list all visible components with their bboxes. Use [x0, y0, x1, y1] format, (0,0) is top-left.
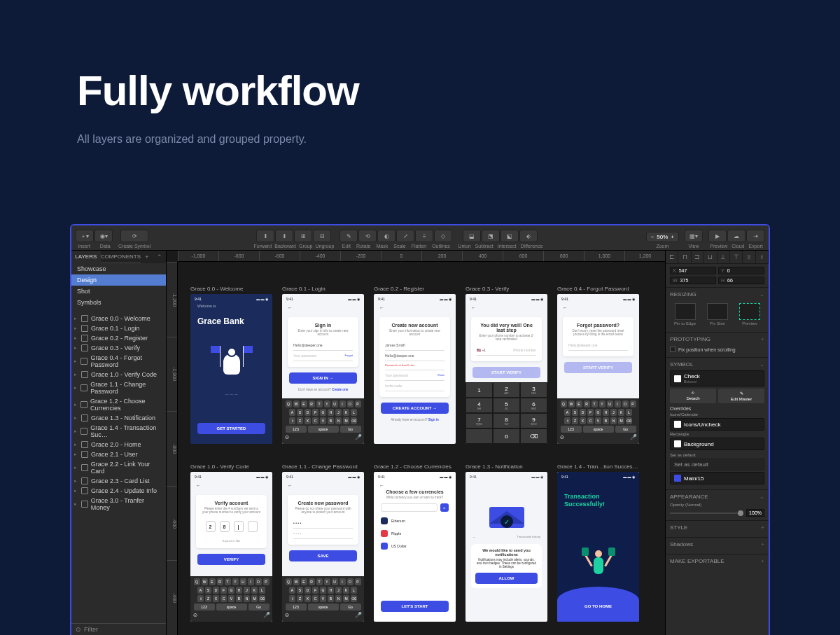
ruler-horizontal: -1,000-800-600-400-20002004006008001,000…	[178, 251, 665, 262]
artboard-forgot[interactable]: Grace 0.4 - Forgot Password 9:41▬ ▬ ◉ ← …	[557, 286, 639, 444]
chevron-down-icon[interactable]: ⌄	[760, 494, 764, 500]
difference-button[interactable]: ⬖	[519, 230, 538, 242]
layer-row[interactable]: ▸Grace 0.4 - Forgot Password	[71, 353, 166, 370]
layer-row[interactable]: ▸Grace 1.3 - Notification	[71, 413, 166, 423]
layers-list: ▸Grace 0.0 - Welcome▸Grace 0.1 - Login▸G…	[71, 314, 166, 623]
intersect-button[interactable]: ⬕	[500, 230, 519, 242]
scale-button[interactable]: ⤢	[396, 230, 414, 242]
distribute-h-icon[interactable]: ⫴	[743, 251, 755, 263]
backward-button[interactable]: ⬇	[275, 230, 293, 242]
layer-row[interactable]: ▸Grace 1.4 - Transaction Suc…	[71, 423, 166, 440]
layer-row[interactable]: ▸Grace 2.1 - User	[71, 449, 166, 459]
pin-to-edge-button[interactable]: Pin to Edge	[674, 303, 696, 326]
cloud-button[interactable]: ☁	[727, 230, 746, 242]
pages-list: ShowcaseDesignShotSymbols	[71, 263, 166, 308]
ruler-vertical: -1,200-1,000-800-600-400	[167, 262, 178, 635]
override-icons-field[interactable]: Icons/Uncheck	[670, 418, 764, 431]
chevron-down-icon[interactable]: ⌄	[760, 361, 764, 368]
artboard-currencies[interactable]: Grace 1.2 - Choose Currencies 9:41▬ ▬ ◉ …	[374, 463, 456, 622]
edit-master-button[interactable]: ✎Edit Master	[718, 389, 764, 403]
add-icon[interactable]: +	[761, 336, 764, 342]
symbol-selector[interactable]: CheckButtons/	[670, 370, 764, 386]
chevron-down-icon[interactable]: ⌄	[760, 291, 764, 298]
align-left-icon[interactable]: ⊏	[666, 251, 678, 263]
layer-row[interactable]: ▸Grace 2.3 - Card List	[71, 476, 166, 486]
layer-row[interactable]: ▸Grace 2.4 - Update Info	[71, 486, 166, 496]
canvas[interactable]: -1,000-800-600-400-20002004006008001,000…	[167, 251, 665, 635]
filter-input[interactable]: ⊙ Filter	[71, 623, 166, 635]
page-item[interactable]: Shot	[71, 286, 166, 297]
keyboard: QWERTYUIOPASDFGHJKL⇧ZXCVBNM⌫123spaceGo☺🎤	[282, 398, 364, 444]
insert-button[interactable]: ＋▾	[76, 230, 94, 242]
hero-subtitle: All layers are organized and grouped pro…	[77, 133, 840, 146]
create-symbol-button[interactable]: ⟳	[120, 230, 148, 242]
success-illustration	[584, 550, 612, 592]
layers-panel: LAYERS COMPONENTS + ⌃ ShowcaseDesignShot…	[71, 251, 167, 635]
data-button[interactable]: ◉▾	[94, 230, 113, 242]
align-right-icon[interactable]: ⊐	[692, 251, 704, 263]
page-item[interactable]: Showcase	[71, 263, 166, 274]
outlines-button[interactable]: ◇	[434, 230, 452, 242]
align-middle-icon[interactable]: ⊥	[718, 251, 730, 263]
add-icon[interactable]: +	[761, 541, 764, 547]
rotate-button[interactable]: ⟲	[358, 230, 377, 242]
add-page-button[interactable]: +	[141, 251, 153, 263]
tab-components[interactable]: COMPONENTS	[101, 251, 141, 263]
detach-button[interactable]: ⎋Detach	[670, 389, 716, 403]
artboard-change-password[interactable]: Grace 1.1 - Change Password 9:41▬ ▬ ◉ ← …	[282, 463, 364, 622]
set-default-value[interactable]: Main/15	[670, 472, 764, 484]
tab-layers[interactable]: LAYERS	[71, 251, 101, 263]
sketch-app-window: ＋▾ ◉▾ InsertData ⟳ Create Symbol ⬆ ⬇ ⊞ ⊟…	[70, 224, 770, 635]
collapse-pages-icon[interactable]: ⌃	[153, 251, 166, 263]
edit-button[interactable]: ✎	[340, 230, 358, 242]
height-field[interactable]: H66	[718, 277, 764, 284]
ungroup-button[interactable]: ⊟	[313, 230, 331, 242]
forward-button[interactable]: ⬆	[256, 230, 274, 242]
layer-row[interactable]: ▸Grace 1.1 - Change Password	[71, 379, 166, 396]
artboard-login[interactable]: Grace 0.1 - Login 9:41▬ ▬ ◉ ← Sign In En…	[282, 286, 364, 444]
signin-button: SIGN IN →	[289, 372, 357, 384]
subtract-button[interactable]: ⬔	[482, 230, 500, 242]
pos-y-field[interactable]: Y0	[718, 267, 764, 274]
pos-x-field[interactable]: X547	[670, 267, 716, 274]
layer-row[interactable]: ▸Grace 1.2 - Choose Currencies	[71, 396, 166, 413]
layer-row[interactable]: ▸Grace 0.3 - Verify	[71, 343, 166, 353]
layer-row[interactable]: ▸Grace 1.0 - Verify Code	[71, 370, 166, 379]
mask-button[interactable]: ◐	[377, 230, 396, 242]
resize-preview-button[interactable]: Preview	[739, 303, 760, 326]
artboard-register[interactable]: Grace 0.2 - Register 9:41▬ ▬ ◉ ← Create …	[374, 286, 456, 444]
align-top-icon[interactable]: ⊔	[704, 251, 717, 263]
layer-row[interactable]: ▸Grace 0.2 - Register	[71, 333, 166, 343]
artboard-notification[interactable]: Grace 1.3 - Notification 9:41▬ ▬ ◉ ✓ —Tr…	[465, 463, 547, 622]
union-button[interactable]: ⬓	[463, 230, 481, 242]
fix-scroll-checkbox[interactable]: Fix position when scrolling	[670, 345, 764, 354]
artboard-verify[interactable]: Grace 0.3 - Verify 9:41▬ ▬ ◉ ← You did v…	[465, 286, 547, 444]
layer-row[interactable]: ▸Grace 0.0 - Welcome	[71, 314, 166, 323]
opacity-slider[interactable]	[670, 512, 743, 514]
layer-row[interactable]: ▸Grace 2.2 - Link Your Card	[71, 459, 166, 476]
width-field[interactable]: W375	[670, 277, 716, 284]
override-rectangle-field[interactable]: Background	[670, 438, 764, 450]
artboard-welcome[interactable]: Grace 0.0 - Welcome 9:41▬ ▬ ◉ Welcome to…	[190, 286, 272, 444]
group-button[interactable]: ⊞	[294, 230, 312, 242]
add-icon[interactable]: +	[761, 524, 764, 531]
hero-title: Fully workflow	[77, 67, 840, 115]
page-item[interactable]: Symbols	[71, 297, 166, 308]
inspector-panel: ⊏ ⊓ ⊐ ⊔ ⊥ ⊤ ⫴ ⫲ X547 Y0 W375 H66 RESIZIN…	[665, 251, 769, 635]
flatten-button[interactable]: ≡	[415, 230, 433, 242]
artboard-verify-code[interactable]: Grace 1.0 - Verify Code 9:41▬ ▬ ◉ ← Veri…	[190, 463, 272, 622]
view-button[interactable]: ▦▾	[685, 230, 703, 242]
preview-button[interactable]: ▶	[708, 230, 727, 242]
page-item[interactable]: Design	[71, 274, 166, 286]
distribute-v-icon[interactable]: ⫲	[756, 251, 769, 263]
zoom-control[interactable]: −50%+	[646, 232, 679, 242]
fix-size-button[interactable]: Fix Size	[707, 303, 728, 326]
align-bottom-icon[interactable]: ⊤	[730, 251, 743, 263]
layer-row[interactable]: ▸Grace 3.0 - Tranfer Money	[71, 496, 166, 512]
layer-row[interactable]: ▸Grace 0.1 - Login	[71, 323, 166, 333]
export-button[interactable]: ⇥	[746, 230, 764, 242]
artboard-success[interactable]: Grace 1.4 - Tran…tion Successfully 9:41▬…	[557, 463, 639, 622]
align-center-h-icon[interactable]: ⊓	[678, 251, 691, 263]
layer-row[interactable]: ▸Grace 2.0 - Home	[71, 440, 166, 449]
add-icon[interactable]: +	[761, 558, 764, 564]
